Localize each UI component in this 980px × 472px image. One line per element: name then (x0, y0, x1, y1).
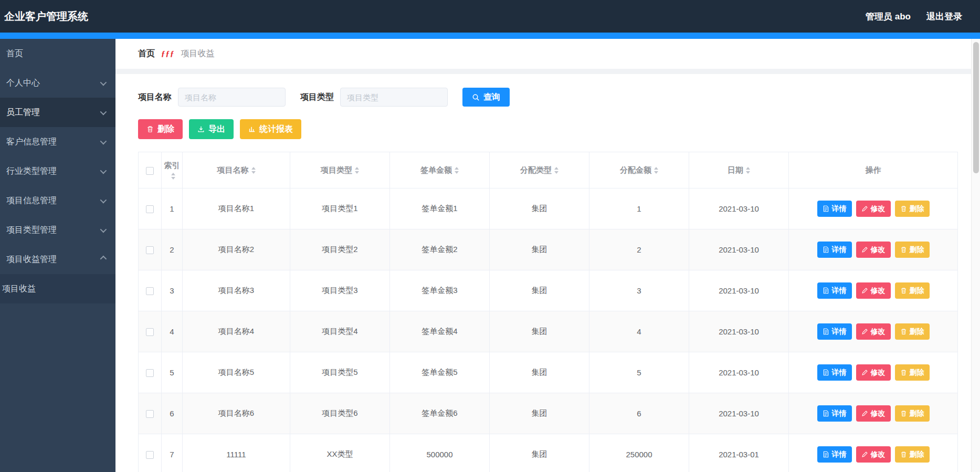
pencil-icon (861, 246, 868, 253)
toolbar: 删除 导出 统计报表 (138, 119, 974, 139)
cell-sign-amount: 签单金额4 (390, 311, 490, 352)
cell-date: 2021-03-10 (689, 188, 789, 229)
column-header-2[interactable]: 项目类型 (290, 152, 390, 188)
detail-button-label: 详情 (832, 368, 847, 377)
document-icon (823, 205, 829, 212)
row-checkbox-cell (139, 270, 162, 311)
delete-button-label: 删除 (910, 368, 924, 377)
export-button[interactable]: 导出 (189, 119, 234, 139)
row-actions: 详情修改删除 (789, 393, 958, 434)
detail-button[interactable]: 详情 (817, 201, 852, 217)
pencil-icon (861, 205, 868, 212)
column-header-3[interactable]: 签单金额 (390, 152, 490, 188)
select-all-checkbox[interactable] (146, 167, 154, 175)
trash-icon (900, 410, 907, 417)
report-button[interactable]: 统计报表 (240, 119, 301, 139)
cell-sign-amount: 500000 (390, 434, 490, 472)
edit-button[interactable]: 修改 (856, 405, 891, 422)
delete-button[interactable]: 删除 (895, 201, 930, 217)
app-header: 企业客户管理系统 管理员 abo 退出登录 (0, 0, 980, 33)
project-name-input[interactable] (178, 88, 286, 107)
edit-button[interactable]: 修改 (856, 364, 891, 381)
column-label: 操作 (866, 165, 881, 174)
sidebar-item-home[interactable]: 首页 (0, 39, 115, 68)
current-user[interactable]: 管理员 abo (866, 11, 911, 23)
row-checkbox[interactable] (146, 328, 154, 336)
sort-icon (746, 167, 750, 174)
sidebar-item-project-income-mgmt[interactable]: 项目收益管理 (0, 245, 115, 274)
sidebar-item-personal-center[interactable]: 个人中心 (0, 68, 115, 98)
batch-delete-label: 删除 (157, 124, 174, 135)
content-area: 首页 ƒƒƒ 项目收益 项目名称 项目类型 查询 (115, 39, 980, 472)
edit-button[interactable]: 修改 (856, 242, 891, 258)
trash-icon (900, 328, 907, 335)
cell-alloc-amount: 6 (589, 393, 689, 434)
detail-button[interactable]: 详情 (817, 323, 852, 340)
row-checkbox[interactable] (146, 369, 154, 377)
sidebar-item-project-type-mgmt[interactable]: 项目类型管理 (0, 215, 115, 245)
delete-button[interactable]: 删除 (895, 242, 930, 258)
row-checkbox[interactable] (146, 451, 154, 459)
breadcrumb-current: 项目收益 (181, 48, 215, 59)
sidebar-item-project-info-mgmt[interactable]: 项目信息管理 (0, 186, 115, 215)
column-header-6[interactable]: 日期 (689, 152, 789, 188)
edit-button[interactable]: 修改 (856, 282, 891, 299)
breadcrumb-home[interactable]: 首页 (138, 48, 155, 59)
trash-icon (146, 125, 154, 133)
delete-button[interactable]: 删除 (895, 405, 930, 422)
report-label: 统计报表 (259, 124, 293, 135)
detail-button[interactable]: 详情 (817, 364, 852, 381)
delete-button-label: 删除 (910, 204, 924, 214)
detail-button-label: 详情 (832, 245, 847, 255)
delete-button[interactable]: 删除 (895, 446, 930, 463)
sidebar-item-label: 个人中心 (6, 78, 40, 89)
detail-button-label: 详情 (832, 409, 847, 418)
download-icon (197, 125, 205, 133)
chevron-down-icon (100, 196, 107, 203)
table-row: 5项目名称5项目类型5签单金额5集团52021-03-10详情修改删除 (139, 352, 958, 393)
project-type-input[interactable] (340, 88, 448, 107)
row-checkbox-cell (139, 188, 162, 229)
row-checkbox[interactable] (146, 246, 154, 254)
column-header-5[interactable]: 分配金额 (589, 152, 689, 188)
delete-button[interactable]: 删除 (895, 323, 930, 340)
column-label: 索引 (164, 161, 180, 170)
sidebar-item-project-income[interactable]: 项目收益 (0, 274, 115, 303)
delete-button[interactable]: 删除 (895, 282, 930, 299)
edit-button-label: 修改 (871, 327, 886, 337)
batch-delete-button[interactable]: 删除 (138, 119, 183, 139)
detail-button[interactable]: 详情 (817, 242, 852, 258)
column-header-4[interactable]: 分配类型 (490, 152, 589, 188)
row-actions: 详情修改删除 (789, 270, 958, 311)
column-label: 日期 (728, 165, 743, 174)
delete-button-label: 删除 (910, 286, 924, 296)
table-header-row: 索引项目名称项目类型签单金额分配类型分配金额日期操作 (139, 152, 958, 188)
sidebar-item-industry-type-mgmt[interactable]: 行业类型管理 (0, 156, 115, 186)
column-header-0[interactable]: 索引 (162, 152, 183, 188)
logout-link[interactable]: 退出登录 (926, 11, 962, 23)
edit-button[interactable]: 修改 (856, 201, 891, 217)
edit-button-label: 修改 (871, 286, 886, 296)
detail-button[interactable]: 详情 (817, 282, 852, 299)
scrollbar-track[interactable] (971, 39, 980, 472)
cell-sign-amount: 签单金额5 (390, 352, 490, 393)
row-checkbox[interactable] (146, 205, 154, 213)
delete-button-label: 删除 (910, 245, 924, 255)
edit-button-label: 修改 (871, 204, 886, 214)
scrollbar-thumb[interactable] (973, 42, 979, 173)
trash-icon (900, 287, 907, 294)
row-checkbox-cell (139, 311, 162, 352)
sidebar-item-customer-info-mgmt[interactable]: 客户信息管理 (0, 127, 115, 156)
edit-button[interactable]: 修改 (856, 323, 891, 340)
delete-button[interactable]: 删除 (895, 364, 930, 381)
query-button[interactable]: 查询 (462, 88, 510, 107)
row-checkbox[interactable] (146, 287, 154, 295)
column-header-1[interactable]: 项目名称 (183, 152, 290, 188)
detail-button[interactable]: 详情 (817, 405, 852, 422)
row-checkbox-cell (139, 352, 162, 393)
row-checkbox[interactable] (146, 410, 154, 418)
cell-date: 2021-03-01 (689, 434, 789, 472)
sidebar-item-employee-mgmt[interactable]: 员工管理 (0, 98, 115, 127)
detail-button[interactable]: 详情 (817, 446, 852, 463)
edit-button[interactable]: 修改 (856, 446, 891, 463)
